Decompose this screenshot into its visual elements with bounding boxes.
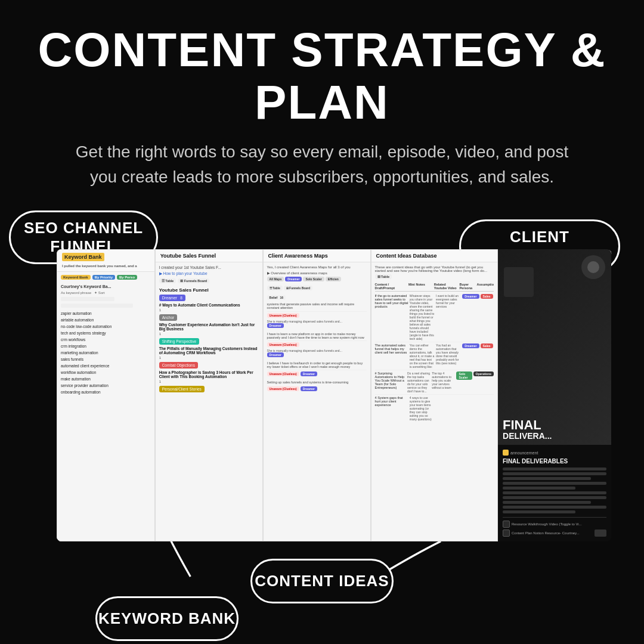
content-ideas-panel: Content Ideas Database These are content… (371, 249, 498, 541)
final-image-label: FINAL DELIVERA... (503, 419, 552, 440)
youtube-funnel-header: Youtube Sales Funnel (156, 250, 262, 262)
awareness-header: Client Awareness Maps (264, 250, 370, 262)
content-ideas-label: CONTENT IDEAS (250, 559, 394, 603)
youtube-funnel-panel: Youtube Sales Funnel I created your 1st … (155, 249, 263, 541)
keyword-bank-panel: Keyword Bank I pulled the keyword bank y… (57, 249, 155, 541)
keyword-bank-label: KEYWORD BANK (95, 596, 239, 641)
page-container: CONTENT STRATEGY & PLAN Get the right wo… (0, 0, 644, 644)
middle-section: SEO CHANNEL FUNNEL CLIENT AWARENESS MAP (0, 208, 644, 644)
screenshot-area: Keyword Bank I pulled the keyword bank y… (57, 249, 611, 541)
final-top-image: FINAL DELIVERA... (498, 249, 611, 445)
keyword-bank-header: Keyword Bank I pulled the keyword bank y… (57, 250, 154, 272)
content-ideas-header: Content Ideas Database (371, 250, 497, 262)
main-title: CONTENT STRATEGY & PLAN (36, 24, 608, 129)
subtitle: Get the right words to say so every emai… (66, 140, 578, 190)
awareness-panel: Client Awareness Maps Yes, I created Cli… (263, 249, 371, 541)
final-deliverables-title: FINAL DELIVERABLES (503, 458, 606, 465)
header-section: CONTENT STRATEGY & PLAN Get the right wo… (0, 0, 644, 202)
final-deliverables-panel: FINAL DELIVERA... announcement FINAL DEL… (498, 249, 611, 541)
final-bottom-content: announcement FINAL DELIVERABLES (498, 445, 611, 541)
